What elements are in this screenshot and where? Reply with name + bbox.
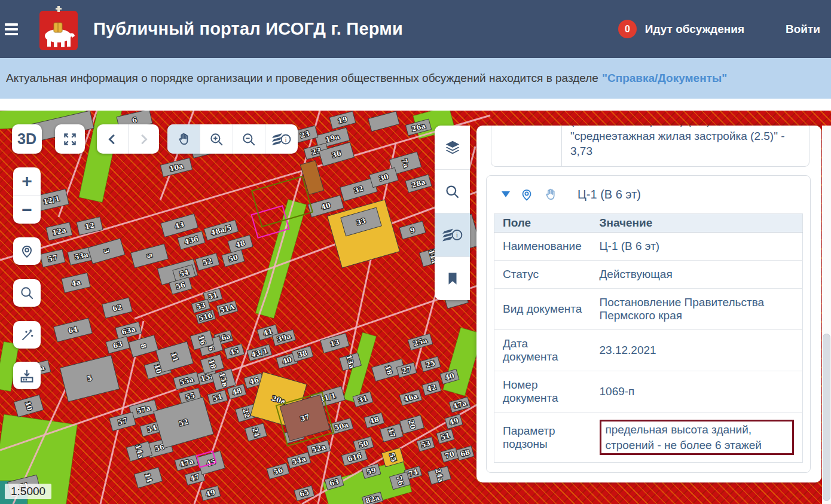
map-building: 51	[207, 390, 228, 405]
zoom-control: + −	[13, 167, 41, 224]
map-building: 53	[417, 437, 435, 451]
object-info-panel: (высотная застройка) (2.6)" ; "среднеэта…	[476, 126, 821, 482]
map-search-button[interactable]	[13, 279, 41, 307]
view-3d-button[interactable]: 3D	[12, 124, 42, 154]
page-title: Публичный портал ИСОГД г. Перми	[93, 19, 403, 39]
locate-button[interactable]	[13, 237, 41, 265]
map-building: 70	[441, 448, 459, 462]
location-pin-icon	[19, 243, 35, 259]
building-number-label: 51А	[219, 303, 236, 315]
panel-scrollbar-track[interactable]	[822, 126, 831, 504]
zoom-out-tool-button[interactable]	[233, 124, 265, 154]
layers-info-tool-button[interactable]: i	[265, 124, 298, 154]
tab-object-info[interactable]: i	[435, 213, 470, 256]
feature-card: Ц-1 (В 6 эт) Поле Значение Наименование …	[486, 175, 811, 473]
panel-scrollbar-thumb[interactable]	[823, 334, 830, 501]
layers-info-icon: i	[271, 131, 292, 148]
discussions-count-badge[interactable]: 0	[618, 20, 637, 38]
map-building: 52а	[307, 440, 331, 456]
map-building: 46а	[399, 390, 422, 406]
map-building: 10	[14, 395, 43, 417]
map-building: 24а	[427, 466, 451, 485]
map-building: 48а/5	[204, 220, 238, 240]
previous-card-value: (высотная застройка) (2.6)" ; "среднеэта…	[562, 126, 809, 166]
layers-info-icon: i	[442, 227, 463, 243]
search-icon	[19, 285, 35, 301]
map-building: 13	[320, 333, 349, 353]
map-building: 4а	[62, 273, 90, 292]
zoom-to-feature-icon[interactable]	[520, 187, 534, 203]
field-value: Действующая	[591, 260, 803, 288]
discussions-link[interactable]: Идут обсуждения	[645, 23, 744, 36]
collapse-triangle-icon[interactable]	[501, 191, 511, 198]
map-building: 3	[88, 239, 125, 264]
map-building: 61б	[341, 449, 367, 466]
field-value: Ц-1 (В 6 эт)	[591, 232, 803, 260]
side-tab-strip: i	[435, 126, 470, 300]
map-building	[328, 200, 400, 268]
map-building: 5	[131, 244, 169, 268]
perm-coat-of-arms-logo[interactable]	[37, 5, 80, 54]
map-building: 19	[329, 111, 356, 129]
pan-tool-button[interactable]	[167, 124, 200, 154]
map-building: 25а	[408, 334, 432, 350]
field-name: Вид документа	[494, 288, 591, 329]
green-area	[255, 199, 306, 318]
tab-search[interactable]	[435, 169, 470, 213]
app-header: Публичный портал ИСОГД г. Перми 0 Идут о…	[0, 0, 831, 58]
map-building: 14а	[126, 441, 152, 462]
previous-result-card: (высотная застройка) (2.6)" ; "среднеэта…	[491, 126, 809, 167]
hamburger-menu-icon[interactable]	[4, 21, 24, 38]
fullscreen-button[interactable]	[55, 124, 85, 154]
bookmark-icon	[445, 271, 460, 286]
map-building: 43б	[178, 231, 205, 250]
pan-to-feature-icon[interactable]	[543, 187, 558, 203]
table-row: Статус Действующая	[494, 260, 803, 288]
zoom-in-button[interactable]: +	[13, 167, 41, 196]
map-building: 28а	[405, 175, 432, 193]
banner-text: Актуальная информация о порядке организа…	[6, 72, 598, 85]
map-building: 56	[267, 463, 289, 479]
map-building: 63	[106, 337, 130, 354]
field-name: Параметр подзоны	[494, 412, 591, 462]
login-button[interactable]: Войти	[786, 23, 820, 36]
tab-bookmarks[interactable]	[435, 256, 470, 300]
field-name: Номер документа	[494, 371, 591, 412]
zoom-in-tool-button[interactable]	[200, 124, 233, 154]
zoom-out-button[interactable]: −	[13, 196, 41, 224]
chevron-right-icon	[137, 132, 150, 147]
map-building: 64	[54, 318, 93, 342]
map-building: 51А	[216, 301, 238, 316]
feature-header: Ц-1 (В 6 эт)	[491, 187, 805, 203]
map-building: 11	[156, 341, 193, 372]
map-building	[368, 111, 399, 132]
back-button[interactable]	[97, 124, 128, 154]
column-header-value: Значение	[591, 213, 803, 232]
map-building: 62	[102, 298, 132, 318]
building-number-label: 51б	[198, 311, 214, 323]
table-row: Дата документа 23.12.2021	[494, 329, 803, 371]
map-building: 12	[77, 217, 103, 235]
banner-docs-link[interactable]: "Справка/Документы"	[602, 72, 727, 85]
map-building: 55а	[173, 372, 200, 390]
map-building: 53	[191, 299, 210, 313]
svg-text:i: i	[285, 136, 287, 143]
hand-icon	[176, 131, 191, 148]
history-nav-group	[97, 124, 159, 154]
table-row: Номер документа 1069-п	[494, 371, 803, 412]
download-icon	[19, 367, 35, 384]
field-name: Статус	[494, 260, 591, 288]
forward-button[interactable]	[128, 124, 160, 154]
export-button[interactable]	[13, 362, 41, 389]
layers-icon	[444, 139, 462, 157]
map-building: 14	[135, 468, 163, 488]
measure-tool-button[interactable]	[13, 321, 41, 349]
map-building: 52	[154, 397, 213, 448]
map-building: 30	[369, 167, 398, 187]
field-value: Постановление Правительства Пермского кр…	[591, 288, 803, 329]
chevron-left-icon	[106, 132, 119, 147]
map-building: 57	[40, 249, 65, 267]
tab-layers[interactable]	[435, 126, 470, 169]
map-building: 54а	[287, 452, 311, 468]
map-building: 9	[399, 221, 426, 239]
